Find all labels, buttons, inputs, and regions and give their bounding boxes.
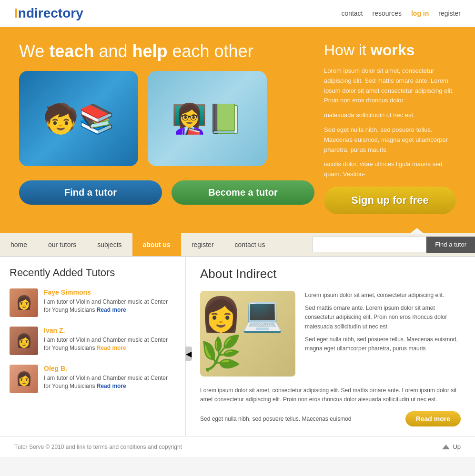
tutor-avatar-img-2: 👩 xyxy=(10,327,38,355)
about-image: 👩💻🌿 xyxy=(200,291,295,377)
hero-teach: teach xyxy=(49,41,94,61)
about-content: 👩💻🌿 Lorem ipsum dolor sit amet, consecte… xyxy=(200,291,461,377)
recently-added-title: Recently Added Tutors xyxy=(10,267,176,279)
search-input[interactable] xyxy=(312,237,426,252)
up-arrow-icon xyxy=(442,445,450,449)
tutor-read-more-3[interactable]: Read more xyxy=(97,383,126,389)
about-bottom: Lorem ipsum dolor sit amet, consectetur … xyxy=(200,386,461,404)
nav-search-area: Find a tutor xyxy=(312,237,475,253)
about-bottom-text2: Sed eget nulla nibh, sed posuere tellus.… xyxy=(200,416,396,422)
read-more-row: Sed eget nulla nibh, sed posuere tellus.… xyxy=(200,411,461,426)
tutor-avatar-img-3: 👩 xyxy=(10,365,38,393)
nav-find-tutor-btn[interactable]: Find a tutor xyxy=(426,237,475,253)
hero-end: each other xyxy=(168,41,253,61)
about-bottom-text: Lorem ipsum dolor sit amet, consectetur … xyxy=(200,386,461,404)
nav-links: home our tutors subjects about us regist… xyxy=(0,233,312,256)
how-it-works-title: How it works xyxy=(324,41,456,59)
tutor-desc-1: I am tutor of Violin and Chamber music a… xyxy=(44,298,176,314)
left-panel: ◀ Recently Added Tutors 👩 Faye Simmons I… xyxy=(0,257,186,436)
find-tutor-btn[interactable]: Find a tutor xyxy=(19,180,162,205)
about-para-3: Sed eget nulla nibh, sed posuere tellus.… xyxy=(305,335,461,353)
right-panel: About Indirect 👩💻🌿 Lorem ipsum dolor sit… xyxy=(186,257,475,436)
tutor-item: 👩 Oleg B. I am tutor of Violin and Chamb… xyxy=(10,365,176,393)
main-content: ◀ Recently Added Tutors 👩 Faye Simmons I… xyxy=(0,257,475,436)
about-para-2: Sed mattis ornare ante. Lorem ipsum dolo… xyxy=(305,304,461,331)
hero-title-we: We xyxy=(19,41,49,61)
footer: Tutor Serve © 2010 and link to terms and… xyxy=(0,436,475,457)
up-label: Up xyxy=(453,443,461,450)
tutor-desc-3: I am tutor of Violin and Chamber music a… xyxy=(44,374,176,390)
nav-home[interactable]: home xyxy=(0,233,38,256)
hero-right: How it works Lorem ipsum dolor sit amet,… xyxy=(324,41,456,214)
tutor-avatar-1: 👩 xyxy=(10,288,38,317)
about-para-1: Lorem ipsum dolor sit amet, consectetur … xyxy=(305,291,461,300)
tutor-avatar-2: 👩 xyxy=(10,327,38,355)
navbar: home our tutors subjects about us regist… xyxy=(0,233,475,257)
hero-section: We teach and help each other 🧒📚 👩‍🏫📗 Fin… xyxy=(0,27,475,233)
tutor-name-1: Faye Simmons xyxy=(44,288,176,296)
header: Indirectory contact resources log in reg… xyxy=(0,0,475,27)
hero-left: We teach and help each other 🧒📚 👩‍🏫📗 Fin… xyxy=(19,41,314,214)
read-more-btn[interactable]: Read more xyxy=(405,411,461,426)
up-button[interactable]: Up xyxy=(442,443,461,450)
how-p4: iaculis dolor, vitae ultrices ligula mau… xyxy=(324,159,456,179)
teacher-image-box: 👩‍🏫📗 xyxy=(148,71,267,166)
hero-help: help xyxy=(132,41,167,61)
hero-title: We teach and help each other xyxy=(19,41,314,61)
how-p1: Lorem ipsum dolor sit amet, consectetur … xyxy=(324,66,456,106)
nav-register[interactable]: register xyxy=(438,10,461,17)
tutor-name-3: Oleg B. xyxy=(44,365,176,372)
find-tutor-wrapper: Find a tutor xyxy=(19,176,162,205)
tutor-info-2: Ivan Z. I am tutor of Violin and Chamber… xyxy=(44,327,176,352)
about-illustration: 👩💻🌿 xyxy=(200,295,295,373)
student-image-box: 🧒📚 xyxy=(19,71,138,166)
tutor-info-3: Oleg B. I am tutor of Violin and Chamber… xyxy=(44,365,176,390)
become-tutor-btn[interactable]: Become a tutor xyxy=(172,180,314,205)
nav-register[interactable]: register xyxy=(181,233,224,256)
logo-i: I xyxy=(14,6,18,20)
collapse-arrow[interactable]: ◀ xyxy=(185,347,192,361)
tutor-name-2: Ivan Z. xyxy=(44,327,176,334)
nav-contact-us[interactable]: contact us xyxy=(224,233,276,256)
tutor-item: 👩 Ivan Z. I am tutor of Violin and Chamb… xyxy=(10,327,176,355)
nav-resources[interactable]: resources xyxy=(373,10,402,17)
logo-text: ndirectory xyxy=(18,6,83,20)
hero-and: and xyxy=(94,41,132,61)
signup-btn[interactable]: Sign up for free xyxy=(324,187,456,214)
nav-login[interactable]: log in xyxy=(411,10,429,17)
hero-images: 🧒📚 👩‍🏫📗 xyxy=(19,71,314,166)
become-tutor-wrapper: Become a tutor xyxy=(172,176,314,205)
tutor-info-1: Faye Simmons I am tutor of Violin and Ch… xyxy=(44,288,176,314)
tutor-item: 👩 Faye Simmons I am tutor of Violin and … xyxy=(10,288,176,317)
footer-copyright: Tutor Serve © 2010 and link to terms and… xyxy=(14,444,182,450)
hero-buttons: Find a tutor Become a tutor xyxy=(19,176,314,205)
how-p2: malesuada sollicitudin ut nec est. xyxy=(324,110,456,120)
nav-contact[interactable]: contact xyxy=(341,10,363,17)
about-title: About Indirect xyxy=(200,267,461,281)
nav-about-us[interactable]: about us xyxy=(132,233,181,256)
nav-subjects[interactable]: subjects xyxy=(87,233,132,256)
tutor-desc-2: I am tutor of Violin and Chamber music a… xyxy=(44,336,176,352)
logo: Indirectory xyxy=(14,6,83,21)
tutor-avatar-3: 👩 xyxy=(10,365,38,393)
teacher-illustration: 👩‍🏫📗 xyxy=(148,71,267,166)
nav-our-tutors[interactable]: our tutors xyxy=(38,233,87,256)
about-text: Lorem ipsum dolor sit amet, consectetur … xyxy=(305,291,461,377)
student-illustration: 🧒📚 xyxy=(19,71,138,166)
how-p3: Sed eget nulla nibh, sed posuere tellus.… xyxy=(324,125,456,155)
header-nav: contact resources log in register xyxy=(341,10,461,17)
tutor-avatar-img-1: 👩 xyxy=(10,288,38,317)
tutor-read-more-2[interactable]: Read more xyxy=(97,345,126,351)
tutor-read-more-1[interactable]: Read more xyxy=(97,307,126,313)
